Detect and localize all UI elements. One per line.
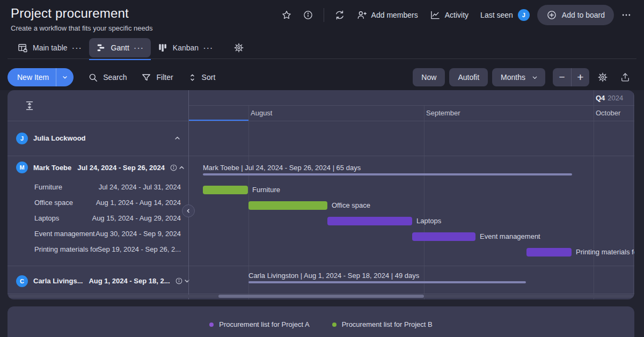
legend-label: Procurement list for Project A [219, 320, 309, 328]
section-divider [8, 156, 634, 156]
gear-icon [233, 42, 244, 53]
section-divider [8, 294, 634, 294]
last-seen-label: Last seen [480, 11, 513, 19]
zoom-level-value: Months [501, 73, 525, 82]
view-tabs: Main table ··· Gantt ··· Kanban ··· [8, 37, 636, 59]
legend-label: Procurement list for Project B [342, 320, 433, 328]
gear-icon [597, 72, 608, 83]
row-height-control[interactable] [8, 90, 35, 121]
info-icon [303, 10, 313, 20]
task-bar-label: Laptops [416, 217, 441, 225]
sort-button[interactable]: Sort [188, 73, 216, 82]
page-title: Project procurement [11, 6, 129, 21]
chevron-up-icon[interactable] [178, 164, 186, 172]
search-button[interactable]: Search [88, 72, 127, 83]
add-to-board-button[interactable]: Add to board [537, 5, 614, 25]
zoom-level-dropdown[interactable]: Months [492, 68, 545, 86]
integrations-button[interactable] [331, 6, 349, 24]
plus-circle-icon [546, 10, 557, 20]
tab-kanban-menu[interactable]: ··· [203, 44, 214, 52]
chevron-down-icon [531, 74, 538, 81]
task-bar-event-management[interactable] [412, 232, 475, 241]
new-item-dropdown[interactable] [56, 68, 74, 86]
task-name[interactable]: Event management [34, 230, 96, 238]
task-name[interactable]: Printing materials for lea... [34, 245, 98, 253]
gantt-widget: J Julia Lockwood M Mark Toebe Jul 24, 20… [8, 90, 634, 299]
person-plus-icon [356, 10, 367, 20]
task-bar-label: Furniture [252, 186, 280, 194]
task-row[interactable]: Event management Aug 30, 2024 - Sep 9, 2… [8, 226, 188, 241]
zoom-out-button[interactable]: − [553, 68, 571, 86]
gantt-settings-button[interactable] [594, 68, 612, 86]
task-name[interactable]: Furniture [34, 183, 99, 191]
timeline-controls: Now Autofit Months − + [413, 68, 634, 86]
group-name[interactable]: Julia Lockwood [33, 134, 86, 142]
info-icon[interactable] [175, 277, 183, 285]
info-icon[interactable] [170, 164, 178, 172]
task-bar-label: Event management [480, 232, 540, 240]
board-info-button[interactable] [299, 6, 317, 24]
tab-main-table[interactable]: Main table ··· [11, 38, 89, 57]
autofit-button[interactable]: Autofit [449, 68, 488, 86]
task-bar-label: Printing materials for lea... [576, 248, 634, 256]
export-button[interactable] [616, 68, 634, 86]
tab-gantt-label: Gantt [111, 43, 129, 52]
new-item-label[interactable]: New Item [8, 68, 56, 86]
now-button[interactable]: Now [413, 68, 445, 86]
task-row[interactable]: Laptops Aug 15, 2024 - Aug 29, 2024 [8, 210, 188, 226]
group-row-carla[interactable]: C Carla Livings... Aug 1, 2024 - Sep 18,… [8, 266, 188, 296]
task-row[interactable]: Printing materials for lea... Sep 19, 20… [8, 241, 188, 257]
group-summary-bar[interactable] [203, 173, 572, 175]
chart-row: Furniture [189, 182, 634, 197]
task-bar-laptops[interactable] [327, 217, 412, 225]
add-members-button[interactable]: Add members [352, 6, 422, 24]
task-bar-printing-materials[interactable] [526, 248, 572, 257]
tab-gantt-menu[interactable]: ··· [134, 44, 144, 52]
collapse-left-pane-button[interactable] [182, 204, 195, 217]
group-row-julia[interactable]: J Julia Lockwood [8, 121, 188, 156]
favorite-button[interactable] [277, 6, 296, 24]
section-divider [8, 266, 634, 266]
task-bar-office-space[interactable] [248, 201, 327, 210]
task-name[interactable]: Laptops [34, 214, 92, 222]
zoom-in-button[interactable]: + [571, 68, 589, 86]
month-label-september: September [426, 106, 460, 120]
task-dates: Aug 30, 2024 - Sep 9, 2024 [96, 230, 181, 238]
legend-item-project-b: Procurement list for Project B [332, 320, 433, 328]
task-dates: Aug 1, 2024 - Aug 14, 2024 [96, 199, 181, 207]
group-row-mark[interactable]: M Mark Toebe Jul 24, 2024 - Sep 26, 2024 [8, 156, 188, 179]
last-seen-avatar[interactable]: J [518, 9, 530, 21]
board-menu-button[interactable] [617, 6, 635, 24]
task-name[interactable]: Office space [34, 199, 96, 207]
chevron-up-icon[interactable] [173, 134, 181, 142]
ellipsis-icon [621, 10, 632, 20]
task-list: Furniture Jul 24, 2024 - Jul 31, 2024 Of… [8, 179, 188, 257]
task-row[interactable]: Office space Aug 1, 2024 - Aug 14, 2024 [8, 195, 188, 210]
horizontal-scrollbar[interactable] [9, 295, 633, 298]
last-seen[interactable]: Last seen J [476, 9, 534, 21]
month-label-august: August [251, 106, 272, 120]
zoom-group: − + [553, 68, 589, 86]
chart-row: Printing materials for lea... [189, 244, 634, 260]
filter-button[interactable]: Filter [141, 72, 173, 83]
tab-kanban[interactable]: Kanban ··· [151, 38, 220, 57]
activity-button[interactable]: Activity [426, 6, 473, 24]
tab-gantt[interactable]: Gantt ··· [89, 38, 151, 57]
tab-main-table-menu[interactable]: ··· [72, 44, 83, 52]
sort-label: Sort [202, 73, 216, 82]
views-settings-button[interactable] [230, 39, 248, 57]
task-bar-furniture[interactable] [203, 186, 248, 194]
autofit-label: Autofit [458, 73, 479, 82]
search-icon [88, 72, 98, 83]
new-item-button[interactable]: New Item [8, 68, 74, 86]
group-summary-mark: Mark Toebe | Jul 24, 2024 - Sep 26, 2024… [203, 164, 572, 175]
legend-dot-purple [209, 323, 214, 327]
group-name[interactable]: Mark Toebe [33, 164, 71, 172]
scrollbar-thumb[interactable] [218, 295, 424, 298]
gantt-toolbar: New Item Search Filter Sort Now Autofit … [8, 67, 634, 88]
group-summary-bar[interactable] [248, 281, 526, 283]
group-name[interactable]: Carla Livings... [33, 277, 83, 285]
task-row[interactable]: Furniture Jul 24, 2024 - Jul 31, 2024 [8, 179, 188, 195]
chart-row: Office space [189, 197, 634, 213]
avatar: M [16, 162, 28, 173]
